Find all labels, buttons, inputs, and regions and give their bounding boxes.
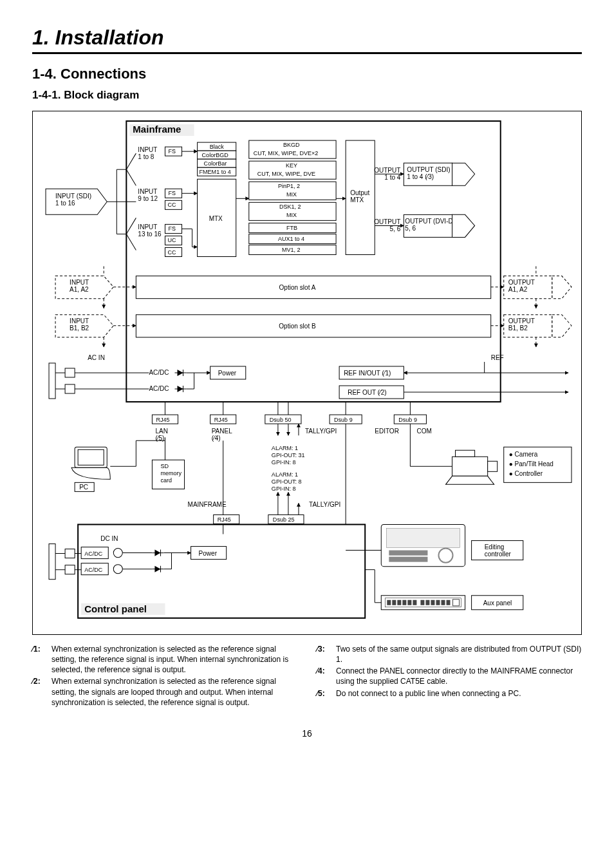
svg-rect-153 — [49, 544, 55, 580]
ref-out: REF OUT (∕2) — [348, 389, 386, 396]
svg-text:AC/DC: AC/DC — [149, 369, 169, 376]
footnote-2: ∕2:When external synchronization is sele… — [32, 676, 297, 708]
svg-text:TALLY/GPI: TALLY/GPI — [309, 501, 340, 508]
svg-text:MIX: MIX — [286, 212, 297, 218]
svg-rect-179 — [389, 551, 427, 556]
page-number: 16 — [32, 728, 582, 739]
svg-rect-187 — [392, 600, 396, 605]
svg-marker-79 — [552, 315, 572, 337]
processing-stack: BKGD CUT, MIX, WIPE, DVE×2 KEY CUT, MIX,… — [249, 140, 336, 254]
svg-rect-197 — [447, 600, 451, 605]
laptop-icon — [71, 447, 110, 479]
svg-rect-189 — [402, 600, 406, 605]
svg-rect-193 — [425, 600, 429, 605]
opt-input-a: INPUTA1, A2 — [70, 279, 89, 293]
subsection-title: 1-4-1. Block diagram — [32, 89, 582, 102]
svg-text:FMEM1 to 4: FMEM1 to 4 — [200, 169, 231, 175]
svg-rect-196 — [441, 600, 445, 605]
svg-text:CC: CC — [167, 249, 176, 256]
svg-text:AC/DC: AC/DC — [84, 567, 103, 573]
svg-text:AC/DC: AC/DC — [84, 551, 103, 557]
alarm-block-1: ALARM: 1GPI-OUT: 31GPI-IN: 8 — [272, 445, 305, 466]
footnotes: ∕1:When external synchronization is sele… — [32, 644, 582, 709]
block-diagram-svg: text { font-family: Arial, sans-serif; f… — [39, 118, 575, 628]
svg-text:RJ45: RJ45 — [218, 516, 231, 523]
svg-rect-84 — [65, 368, 75, 377]
footnote-1: ∕1:When external synchronization is sele… — [32, 644, 297, 675]
svg-text:KEY: KEY — [286, 162, 297, 169]
svg-rect-188 — [397, 600, 401, 605]
option-slot-a: Option slot A — [279, 284, 316, 291]
control-panel-title: Control panel — [84, 603, 147, 614]
svg-point-162 — [113, 549, 122, 558]
svg-text:FS: FS — [168, 225, 176, 232]
dc-in-label: DC IN — [100, 535, 118, 542]
svg-text:Dsub 25: Dsub 25 — [273, 516, 295, 523]
lan-label: LAN(∕5) — [155, 428, 167, 442]
svg-text:PinP1, 2: PinP1, 2 — [278, 183, 300, 189]
svg-text:BKGD: BKGD — [283, 142, 300, 148]
svg-text:Dsub 9: Dsub 9 — [398, 417, 417, 423]
ext-pantilt: ● Pan/Tilt Head — [509, 460, 554, 467]
footnote-5: ∕5:Do not connect to a public line when … — [317, 688, 582, 699]
alarm-block-2: ALARM: 1GPI-OUT: 8GPI-IN: 8 — [272, 471, 302, 492]
svg-rect-191 — [413, 600, 416, 605]
svg-text:FS: FS — [168, 148, 176, 155]
block-diagram-container: text { font-family: Arial, sans-serif; f… — [32, 111, 582, 635]
ext-controller: ● Controller — [509, 470, 543, 477]
svg-rect-190 — [407, 600, 411, 605]
svg-text:Dsub 50: Dsub 50 — [270, 417, 292, 423]
camera-icon — [446, 450, 498, 484]
chapter-title: 1. Installation — [32, 26, 582, 54]
svg-marker-74 — [552, 276, 572, 299]
tally-gpi-label: TALLY/GPI — [305, 428, 337, 435]
footnote-3: ∕3:Two sets of the same output signals a… — [317, 644, 582, 665]
svg-rect-157 — [65, 565, 75, 574]
svg-text:Power: Power — [199, 550, 218, 557]
svg-rect-194 — [431, 600, 434, 605]
svg-text:ColorBGD: ColorBGD — [202, 152, 229, 158]
svg-text:AUX1 to 4: AUX1 to 4 — [278, 236, 304, 242]
input-group2-label: INPUT9 to 12 — [138, 188, 158, 202]
svg-text:FTB: FTB — [286, 225, 297, 231]
svg-text:Black: Black — [210, 144, 225, 150]
editor-label: EDITOR — [375, 428, 399, 435]
svg-rect-135 — [456, 450, 475, 457]
svg-text:DSK1, 2: DSK1, 2 — [279, 203, 301, 210]
svg-text:Power: Power — [218, 370, 237, 377]
svg-text:RJ45: RJ45 — [156, 417, 169, 423]
connector-row: RJ45 LAN(∕5) RJ45 PANEL(∕4) Dsub 50 TALL… — [152, 402, 431, 442]
svg-rect-195 — [436, 600, 440, 605]
svg-text:CUT, MIX, WIPE, DVE×2: CUT, MIX, WIPE, DVE×2 — [254, 150, 318, 156]
ref-in-out: REF IN/OUT (∕1) — [344, 370, 391, 377]
svg-point-163 — [113, 565, 122, 574]
ext-camera: ● Camera — [509, 451, 538, 458]
mainframe-title: Mainframe — [133, 124, 181, 135]
svg-text:Dsub 9: Dsub 9 — [334, 417, 353, 423]
svg-rect-82 — [49, 363, 55, 399]
aux-panel-label: Aux panel — [483, 599, 512, 607]
option-slot-b: Option slot B — [279, 323, 316, 330]
svg-text:RJ45: RJ45 — [214, 417, 228, 423]
svg-rect-186 — [387, 600, 391, 605]
com-label: COM — [416, 428, 431, 435]
svg-text:MIX: MIX — [286, 191, 297, 198]
panel-label: PANEL(∕4) — [212, 428, 233, 442]
svg-text:AC/DC: AC/DC — [149, 385, 169, 392]
svg-rect-155 — [65, 549, 75, 558]
svg-rect-129 — [78, 449, 104, 465]
editing-controller-icon — [381, 525, 465, 567]
svg-rect-180 — [389, 557, 427, 562]
svg-text:UC: UC — [167, 237, 176, 243]
section-title: 1-4. Connections — [32, 66, 582, 82]
svg-rect-178 — [386, 529, 460, 548]
mainframe-conn-label: MAINFRAME — [188, 501, 227, 508]
svg-rect-134 — [452, 457, 488, 476]
svg-text:CC: CC — [167, 202, 176, 208]
ref-label: REF — [491, 354, 504, 361]
ac-in-label: AC IN — [88, 354, 105, 361]
svg-rect-86 — [65, 384, 75, 393]
pc-label: PC — [79, 484, 88, 491]
svg-rect-192 — [420, 600, 424, 605]
svg-text:CUT, MIX, WIPE, DVE: CUT, MIX, WIPE, DVE — [257, 171, 315, 177]
